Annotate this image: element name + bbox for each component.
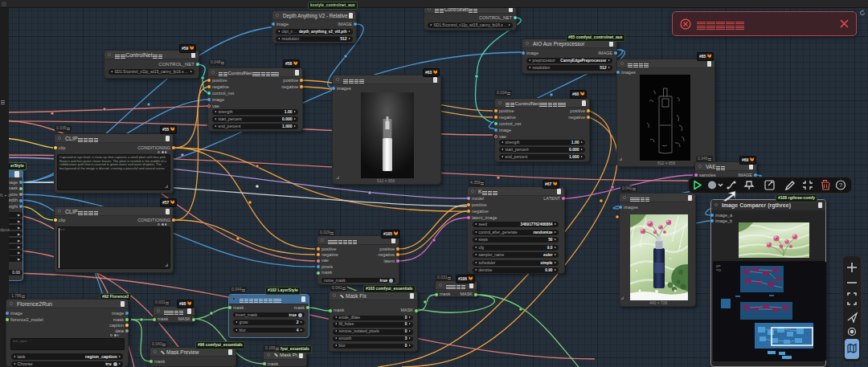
- svg-text:?: ?: [839, 181, 843, 189]
